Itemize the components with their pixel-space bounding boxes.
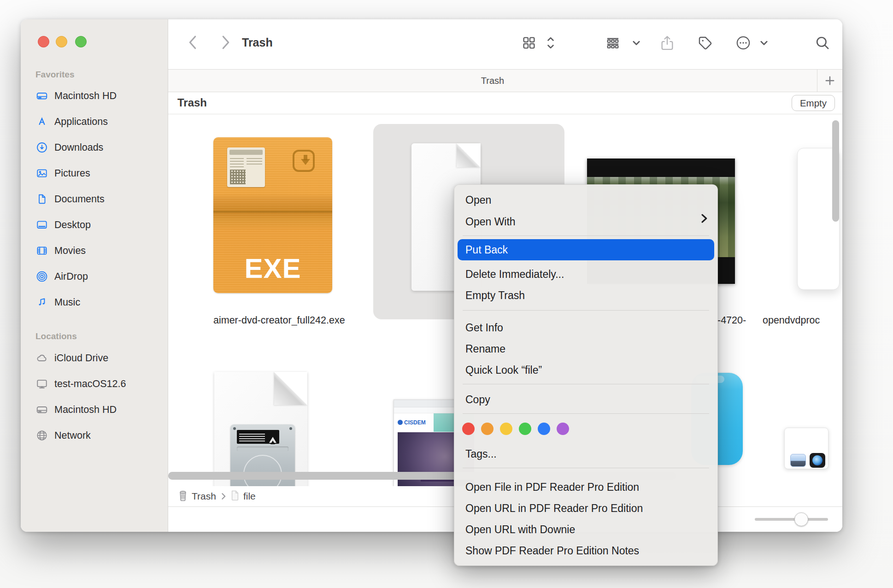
cloud-icon (35, 352, 48, 365)
section-title: Trash (177, 96, 207, 109)
menu-item-delete-immediately[interactable]: Delete Immediately... (465, 264, 706, 285)
photo-icon (35, 167, 48, 180)
vertical-scrollbar[interactable] (832, 120, 839, 222)
minimize-button[interactable] (56, 36, 67, 47)
menu-item-open[interactable]: Open (465, 189, 706, 211)
favorites-header: Favorites (35, 68, 74, 81)
sidebar-item-movies[interactable]: Movies (21, 238, 168, 264)
menu-item-open-with[interactable]: Open With (465, 211, 706, 232)
sidebar-item-test-macos[interactable]: test-macOS12.6 (21, 371, 168, 397)
file-name-partial[interactable]: opendvdproc (763, 315, 842, 326)
sidebar-item-macintosh-hd[interactable]: Macintosh HD (21, 83, 168, 109)
back-button[interactable] (183, 33, 202, 52)
hard-drive-icon (35, 404, 48, 416)
menu-item-copy[interactable]: Copy (465, 389, 706, 410)
menu-item-open-url-pdf-reader[interactable]: Open URL in PDF Reader Pro Edition (465, 498, 706, 519)
file-name[interactable]: aimer-dvd-creator_full242.exe (213, 315, 332, 326)
sidebar: Favorites Macintosh HD Applications Down… (21, 19, 168, 532)
lens-app-icon (810, 453, 825, 468)
more-icon[interactable] (734, 34, 752, 52)
sidebar-item-pictures[interactable]: Pictures (21, 160, 168, 186)
cisdem-logo: CISDEM (398, 419, 426, 426)
search-icon[interactable] (813, 34, 832, 52)
menu-item-tags[interactable]: Tags... (465, 443, 706, 465)
tag-icon[interactable] (696, 34, 714, 52)
sidebar-item-desktop[interactable]: Desktop (21, 212, 168, 238)
path-item-trash[interactable]: Trash (192, 491, 216, 502)
view-arrows-icon[interactable] (545, 37, 557, 49)
sidebar-item-macintosh-hd-location[interactable]: Macintosh HD (21, 397, 168, 423)
menu-item-open-file-pdf-reader[interactable]: Open File in PDF Reader Pro Edition (465, 476, 706, 498)
sidebar-item-label: Music (54, 297, 80, 308)
download-badge-icon (293, 150, 315, 172)
exe-label-text: EXE (213, 253, 332, 284)
empty-trash-button[interactable]: Empty (792, 95, 835, 111)
sidebar-item-applications[interactable]: Applications (21, 109, 168, 135)
grid-view-icon[interactable] (520, 34, 538, 52)
tag-green[interactable] (519, 423, 531, 435)
tag-color-row (462, 423, 569, 435)
sidebar-item-label: Macintosh HD (54, 404, 117, 416)
path-chevron-icon (220, 492, 227, 500)
sidebar-item-label: Desktop (54, 219, 91, 231)
tag-red[interactable] (462, 423, 475, 435)
section-header: Trash Empty (168, 92, 842, 114)
toolbar: Trash (168, 19, 842, 69)
new-tab-button[interactable] (817, 70, 842, 92)
tab-trash[interactable]: Trash (168, 70, 817, 92)
slider-knob[interactable] (794, 512, 808, 526)
menu-item-show-pdf-notes[interactable]: Show PDF Reader Pro Edition Notes (465, 540, 706, 561)
exe-shipping-label (227, 147, 265, 187)
tag-blue[interactable] (538, 423, 550, 435)
close-button[interactable] (38, 36, 49, 47)
sidebar-item-label: AirDrop (54, 271, 88, 282)
sidebar-item-icloud-drive[interactable]: iCloud Drive (21, 345, 168, 371)
sidebar-item-label: Applications (54, 116, 108, 128)
film-icon (35, 245, 48, 257)
sidebar-item-label: Downloads (54, 142, 103, 153)
download-circle-icon (35, 141, 48, 154)
file-icon-diskimage[interactable] (214, 372, 307, 486)
sidebar-item-airdrop[interactable]: AirDrop (21, 264, 168, 289)
file-icon-mini-preview[interactable] (784, 428, 828, 469)
menu-item-rename[interactable]: Rename (465, 338, 706, 359)
icon-size-slider[interactable] (755, 518, 828, 521)
path-item-file[interactable]: file (243, 491, 256, 502)
tag-yellow[interactable] (500, 423, 512, 435)
sidebar-item-label: Documents (54, 194, 105, 205)
menu-item-put-back[interactable]: Put Back (458, 239, 714, 260)
sidebar-item-network[interactable]: Network (21, 423, 168, 448)
display-icon (35, 378, 48, 390)
tag-orange[interactable] (481, 423, 493, 435)
menu-item-quick-look[interactable]: Quick Look “file” (465, 359, 706, 381)
app-store-icon (35, 116, 48, 128)
menu-item-get-info[interactable]: Get Info (465, 317, 706, 338)
group-by-chevron-icon[interactable] (630, 37, 642, 49)
qr-code (230, 170, 246, 184)
zoom-button[interactable] (75, 36, 87, 47)
sidebar-item-music[interactable]: Music (21, 289, 168, 315)
more-chevron-icon[interactable] (758, 37, 770, 49)
globe-icon (35, 429, 48, 442)
locations-list: iCloud Drive test-macOS12.6 Macintosh HD… (21, 345, 168, 448)
hard-drive-icon (35, 90, 48, 102)
sidebar-item-label: Pictures (54, 168, 90, 179)
sidebar-item-documents[interactable]: Documents (21, 186, 168, 212)
submenu-chevron-icon (700, 213, 708, 225)
tag-purple[interactable] (557, 423, 569, 435)
music-note-icon (35, 296, 48, 309)
file-mini-icon (231, 490, 239, 503)
context-menu: Open Open With Put Back Delete Immediate… (454, 184, 718, 566)
trash-mini-icon (178, 489, 188, 503)
file-icon-exe[interactable]: EXE (213, 137, 332, 293)
file-name-partial[interactable]: -4720- (717, 315, 746, 326)
menu-item-open-url-downie[interactable]: Open URL with Downie (465, 519, 706, 540)
favorites-list: Macintosh HD Applications Downloads Pict… (21, 83, 168, 315)
tab-bar: Trash (168, 69, 842, 92)
sidebar-item-label: test-macOS12.6 (54, 378, 126, 390)
sidebar-item-downloads[interactable]: Downloads (21, 135, 168, 160)
group-by-icon[interactable] (604, 34, 622, 52)
desktop-icon (35, 219, 48, 231)
menu-item-empty-trash[interactable]: Empty Trash (465, 285, 706, 306)
forward-button[interactable] (217, 33, 235, 52)
